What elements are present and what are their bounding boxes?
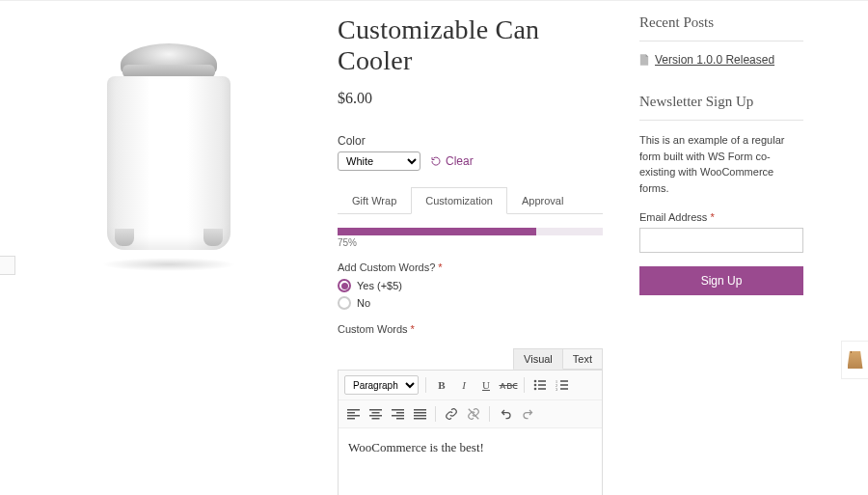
number-list-icon: 123 — [556, 379, 569, 391]
document-icon — [639, 54, 649, 66]
svg-rect-7 — [560, 380, 568, 382]
svg-rect-17 — [371, 412, 379, 414]
svg-point-4 — [534, 388, 537, 391]
email-label: Email Address * — [639, 211, 803, 223]
form-tabs: Gift Wrap Customization Approval — [338, 186, 603, 214]
svg-text:3: 3 — [556, 387, 557, 391]
svg-rect-21 — [396, 412, 404, 414]
paragraph-select[interactable]: Paragraph — [344, 375, 419, 395]
undo-button[interactable] — [497, 405, 514, 423]
editor-tab-text[interactable]: Text — [563, 348, 603, 370]
product-shadow — [101, 258, 236, 271]
redo-button[interactable] — [519, 405, 536, 423]
svg-rect-27 — [414, 418, 426, 420]
align-right-button[interactable] — [389, 405, 406, 423]
svg-rect-5 — [538, 388, 546, 390]
email-input[interactable] — [639, 228, 803, 253]
svg-rect-26 — [414, 415, 426, 417]
newsletter-heading: Newsletter Sign Up — [639, 94, 803, 121]
unlink-button[interactable] — [465, 405, 482, 423]
email-label-text: Email Address — [639, 211, 707, 223]
recent-post-link[interactable]: Version 1.0.0 Released — [639, 53, 803, 67]
add-words-text: Add Custom Words? — [338, 261, 435, 273]
radio-no[interactable] — [338, 296, 351, 310]
radio-no-label: No — [357, 297, 370, 309]
svg-rect-24 — [414, 409, 426, 411]
clear-link[interactable]: Clear — [430, 154, 474, 168]
svg-rect-25 — [414, 412, 426, 414]
cooler-body — [107, 76, 231, 250]
toolbar-separator — [435, 406, 436, 422]
svg-rect-16 — [369, 409, 382, 411]
underline-button[interactable]: U — [477, 376, 495, 394]
svg-rect-23 — [396, 418, 404, 420]
number-list-button[interactable]: 123 — [554, 376, 571, 394]
recent-post-title: Version 1.0.0 Released — [655, 53, 774, 67]
editor-content[interactable]: WooCommerce is the best! — [339, 428, 602, 495]
align-right-icon — [392, 409, 404, 420]
editor-toolbar-row2 — [339, 400, 602, 428]
bullet-list-button[interactable] — [531, 376, 549, 394]
required-marker: * — [438, 261, 442, 273]
align-center-icon — [369, 409, 382, 420]
bold-button[interactable]: B — [433, 376, 450, 394]
align-justify-icon — [414, 409, 426, 420]
editor-toolbar-row1: Paragraph B I U ᴀʙᴄ 123 — [339, 371, 602, 400]
required-marker-2: * — [411, 323, 415, 335]
product-price: $6.00 — [338, 90, 603, 107]
align-justify-button[interactable] — [411, 405, 428, 423]
undo-icon — [500, 408, 512, 420]
svg-rect-9 — [560, 384, 568, 386]
product-image-column — [0, 14, 338, 495]
cooler-foot-left — [115, 229, 134, 246]
radio-yes[interactable] — [338, 279, 351, 292]
align-center-button[interactable] — [366, 405, 384, 423]
color-label: Color — [338, 134, 603, 148]
svg-point-0 — [534, 380, 537, 383]
progress-label: 75% — [338, 237, 603, 248]
link-icon — [445, 407, 458, 421]
svg-rect-15 — [347, 418, 355, 420]
recent-posts-heading: Recent Posts — [639, 14, 803, 41]
redo-icon — [522, 408, 534, 420]
toolbar-separator — [425, 377, 426, 393]
toolbar-separator — [524, 377, 525, 393]
bullet-list-icon — [533, 379, 547, 391]
tab-customization[interactable]: Customization — [411, 187, 507, 214]
progress-bar — [338, 228, 603, 235]
svg-rect-13 — [347, 412, 355, 414]
progress-fill — [338, 228, 536, 235]
product-main-column: Customizable Can Cooler $6.00 Color Whit… — [338, 14, 603, 495]
custom-words-label: Custom Words * — [338, 323, 603, 335]
svg-rect-22 — [392, 415, 404, 417]
required-marker-3: * — [710, 211, 714, 223]
editor-tab-visual[interactable]: Visual — [513, 348, 563, 370]
strike-button[interactable]: ᴀʙᴄ — [500, 376, 517, 394]
sidebar: Recent Posts Version 1.0.0 Released News… — [639, 14, 803, 495]
tab-gift-wrap[interactable]: Gift Wrap — [338, 187, 411, 214]
signup-button[interactable]: Sign Up — [639, 266, 803, 295]
italic-button[interactable]: I — [455, 376, 473, 394]
clear-label: Clear — [446, 154, 474, 168]
rich-text-editor: Paragraph B I U ᴀʙᴄ 123 — [338, 370, 603, 495]
cart-widget[interactable] — [841, 341, 868, 379]
svg-point-2 — [534, 384, 537, 387]
align-left-icon — [347, 409, 360, 420]
svg-rect-3 — [538, 384, 546, 386]
radio-yes-row[interactable]: Yes (+$5) — [338, 279, 603, 292]
svg-rect-14 — [347, 415, 360, 417]
link-button[interactable] — [443, 405, 460, 423]
svg-rect-12 — [347, 409, 360, 411]
svg-rect-19 — [371, 418, 379, 420]
shopping-bag-icon — [848, 351, 863, 369]
radio-no-row[interactable]: No — [338, 296, 603, 310]
radio-yes-label: Yes (+$5) — [357, 280, 402, 291]
align-left-button[interactable] — [344, 405, 362, 423]
refresh-icon — [430, 155, 442, 167]
svg-rect-20 — [392, 409, 404, 411]
custom-words-text: Custom Words — [338, 323, 408, 335]
tab-approval[interactable]: Approval — [507, 187, 578, 214]
newsletter-description: This is an example of a regular form bui… — [639, 132, 803, 196]
product-image[interactable] — [92, 43, 246, 265]
color-select[interactable]: White — [338, 151, 420, 171]
